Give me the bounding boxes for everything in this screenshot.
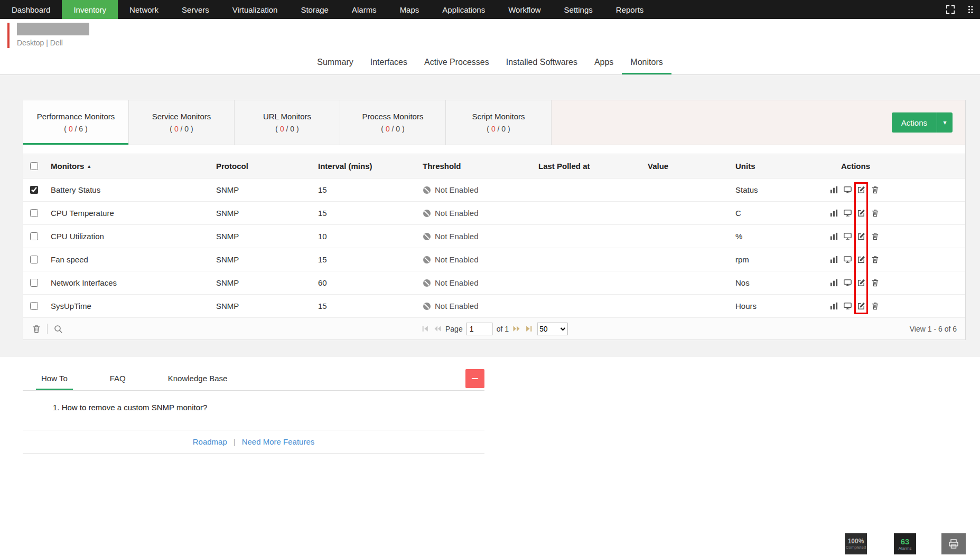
alarms-count-widget[interactable]: 63 Alarms <box>894 533 916 554</box>
threshold-cell: Not Enabled <box>416 185 532 194</box>
actions-button[interactable]: Actions ▾ <box>892 112 953 133</box>
edit-icon[interactable] <box>856 255 866 265</box>
tab-knowledge-base[interactable]: Knowledge Base <box>163 366 233 390</box>
print-widget[interactable] <box>941 533 966 554</box>
units-value: C <box>729 209 819 218</box>
tab-url-monitors[interactable]: URL Monitors ( 0 / 0 ) <box>235 100 340 145</box>
chart-icon[interactable] <box>829 185 838 195</box>
tab-script-monitors[interactable]: Script Monitors ( 0 / 0 ) <box>446 100 552 145</box>
actions-button-label: Actions <box>892 112 937 133</box>
page-size-select[interactable]: 50 <box>537 323 567 335</box>
row-actions <box>819 232 965 241</box>
row-checkbox[interactable] <box>30 279 38 287</box>
interval-value: 15 <box>312 185 416 194</box>
edit-icon[interactable] <box>856 232 866 241</box>
chart-icon[interactable] <box>829 278 838 288</box>
tab-monitors[interactable]: Monitors <box>622 50 671 74</box>
collapse-fullscreen-icon[interactable] <box>945 4 956 15</box>
threshold-label: Not Enabled <box>435 185 479 194</box>
row-checkbox[interactable] <box>30 256 38 263</box>
edit-icon[interactable] <box>856 278 866 288</box>
nav-item-applications[interactable]: Applications <box>431 0 497 19</box>
next-page-icon[interactable] <box>512 325 521 333</box>
page-label: Page <box>445 325 463 333</box>
nav-item-maps[interactable]: Maps <box>388 0 431 19</box>
nav-item-inventory[interactable]: Inventory <box>62 0 118 19</box>
nav-item-storage[interactable]: Storage <box>289 0 340 19</box>
row-checkbox[interactable] <box>30 232 38 240</box>
select-all-checkbox[interactable] <box>30 162 38 170</box>
need-more-features-link[interactable]: Need More Features <box>242 437 315 446</box>
edit-icon[interactable] <box>856 301 866 311</box>
tab-faq[interactable]: FAQ <box>105 366 131 390</box>
tab-label: Performance Monitors <box>37 112 115 121</box>
collapse-help-button[interactable]: − <box>465 369 484 388</box>
tab-service-monitors[interactable]: Service Monitors ( 0 / 0 ) <box>129 100 235 145</box>
header-monitors[interactable]: Monitors▲ <box>44 162 210 171</box>
row-checkbox[interactable] <box>30 302 38 310</box>
delete-icon[interactable] <box>870 185 880 195</box>
page-number-input[interactable] <box>466 323 493 335</box>
threshold-cell: Not Enabled <box>416 209 532 218</box>
apps-grid-icon[interactable] <box>966 4 977 15</box>
help-question-link[interactable]: 1. How to remove a custom SNMP monitor? <box>53 403 484 412</box>
monitor-display-icon[interactable] <box>843 209 852 218</box>
table-footer-tools <box>32 324 63 334</box>
last-page-icon[interactable] <box>525 325 533 333</box>
tab-label: Process Monitors <box>362 112 424 121</box>
roadmap-link[interactable]: Roadmap <box>193 437 227 446</box>
chart-icon[interactable] <box>829 301 838 311</box>
link-separator: | <box>234 437 236 446</box>
nav-item-workflow[interactable]: Workflow <box>497 0 552 19</box>
chart-icon[interactable] <box>829 255 838 265</box>
search-icon[interactable] <box>53 324 63 334</box>
monitor-display-icon[interactable] <box>843 185 852 195</box>
tab-process-monitors[interactable]: Process Monitors ( 0 / 0 ) <box>340 100 446 145</box>
delete-icon[interactable] <box>870 209 880 218</box>
view-range-label: View 1 - 6 of 6 <box>910 325 957 333</box>
tab-interfaces[interactable]: Interfaces <box>362 50 416 74</box>
monitor-display-icon[interactable] <box>843 232 852 241</box>
interval-value: 60 <box>312 278 416 287</box>
first-page-icon[interactable] <box>421 325 430 333</box>
row-checkbox[interactable] <box>30 209 38 217</box>
nav-item-network[interactable]: Network <box>118 0 170 19</box>
monitor-display-icon[interactable] <box>843 278 852 288</box>
delete-icon[interactable] <box>870 255 880 265</box>
monitor-display-icon[interactable] <box>843 255 852 265</box>
tab-summary[interactable]: Summary <box>309 50 361 74</box>
tab-installed-softwares[interactable]: Installed Softwares <box>498 50 586 74</box>
row-checkbox[interactable] <box>30 186 38 194</box>
nav-item-virtualization[interactable]: Virtualization <box>221 0 290 19</box>
chart-icon[interactable] <box>829 209 838 218</box>
help-links-row: Roadmap | Need More Features <box>23 430 484 454</box>
delete-icon[interactable] <box>870 232 880 241</box>
tab-how-to[interactable]: How To <box>36 366 73 390</box>
tab-apps[interactable]: Apps <box>586 50 622 74</box>
tab-active-processes[interactable]: Active Processes <box>416 50 498 74</box>
monitor-display-icon[interactable] <box>843 301 852 311</box>
nav-item-alarms[interactable]: Alarms <box>340 0 388 19</box>
nav-item-settings[interactable]: Settings <box>553 0 604 19</box>
delete-icon[interactable] <box>870 278 880 288</box>
edit-icon[interactable] <box>856 209 866 218</box>
units-value: % <box>729 232 819 241</box>
delete-icon[interactable] <box>870 301 880 311</box>
discovery-progress-widget[interactable]: 100% Completed <box>845 533 867 554</box>
row-actions <box>819 255 965 265</box>
nav-item-dashboard[interactable]: Dashboard <box>0 0 62 19</box>
chart-icon[interactable] <box>829 232 838 241</box>
monitor-name: SysUpTime <box>44 301 210 310</box>
table-row: CPU Utilization SNMP 10 Not Enabled % <box>23 225 965 248</box>
nav-item-reports[interactable]: Reports <box>604 0 656 19</box>
nav-item-servers[interactable]: Servers <box>170 0 221 19</box>
chevron-down-icon[interactable]: ▾ <box>937 112 953 133</box>
previous-page-icon[interactable] <box>433 325 442 333</box>
tab-label: URL Monitors <box>263 112 311 121</box>
edit-icon[interactable] <box>856 185 866 195</box>
bulk-delete-icon[interactable] <box>32 324 41 334</box>
threshold-label: Not Enabled <box>435 278 479 287</box>
tab-label: Service Monitors <box>152 112 211 121</box>
protocol-value: SNMP <box>210 185 312 194</box>
tab-performance-monitors[interactable]: Performance Monitors ( 0 / 6 ) <box>23 100 129 145</box>
